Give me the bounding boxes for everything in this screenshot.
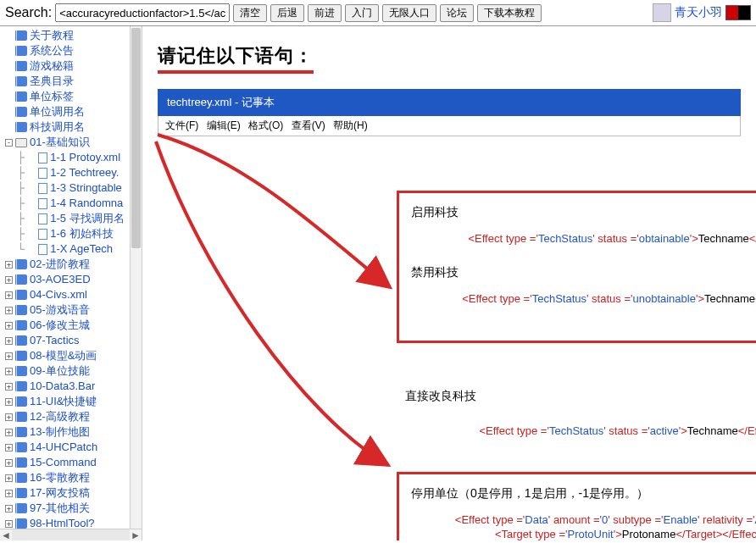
tree-item[interactable]: 1-2 Techtreey. [17, 165, 142, 180]
tree-item[interactable]: +13-制作地图 [5, 424, 142, 440]
tree-item-label[interactable]: 03-AOE3ED [30, 272, 91, 287]
tree-item[interactable]: +04-Civs.xml [5, 287, 142, 302]
tree-item[interactable]: 圣典目录 [5, 74, 142, 89]
tree-item-label[interactable]: 17-网友投稿 [30, 485, 90, 501]
tree-item[interactable]: +10-Data3.Bar [5, 379, 142, 394]
expand-icon[interactable]: + [5, 352, 13, 360]
expand-icon[interactable]: + [5, 383, 13, 391]
expand-icon[interactable]: + [5, 474, 13, 482]
expand-icon[interactable]: + [5, 398, 13, 406]
tree-item[interactable]: 1-1 Protoy.xml [17, 150, 142, 165]
tree-item[interactable]: 系统公告 [5, 43, 142, 58]
btn-clear[interactable]: 清空 [233, 4, 267, 22]
menu-view[interactable]: 查看(V) [292, 119, 325, 131]
tree-item[interactable]: +16-零散教程 [5, 470, 142, 485]
tree-item-label[interactable]: 1-6 初始科技 [50, 226, 113, 241]
tree-item-label[interactable]: 圣典目录 [30, 74, 74, 89]
btn-intro[interactable]: 入门 [345, 4, 379, 22]
tree-item[interactable]: +03-AOE3ED [5, 272, 142, 287]
tree-item-label[interactable]: 16-零散教程 [30, 470, 90, 485]
tree-item-label[interactable]: 01-基础知识 [30, 135, 90, 150]
tree-item[interactable]: +02-进阶教程 [5, 257, 142, 272]
expand-icon[interactable]: + [5, 429, 13, 436]
tree-item-label[interactable]: 1-1 Protoy.xml [50, 150, 120, 165]
tree-item[interactable]: +05-游戏语音 [5, 302, 142, 318]
tree-item-label[interactable]: 10-Data3.Bar [30, 379, 95, 394]
btn-back[interactable]: 后退 [270, 4, 304, 22]
collapse-icon[interactable]: - [5, 139, 13, 147]
expand-icon[interactable]: + [5, 444, 13, 452]
tree-item[interactable]: 科技调用名 [5, 119, 142, 135]
tree-item[interactable]: 1-X AgeTech [17, 241, 142, 257]
tree-item[interactable]: 1-5 寻找调用名 [17, 211, 142, 226]
tree-item[interactable]: 关于教程 [5, 28, 142, 43]
tree-item-label[interactable]: 单位标签 [30, 89, 74, 104]
expand-icon[interactable]: + [5, 459, 13, 467]
expand-icon[interactable]: + [5, 520, 13, 528]
tree-item[interactable]: -01-基础知识 [5, 135, 142, 150]
tree-item-label[interactable]: 14-UHCPatch [30, 440, 97, 455]
scroll-left-icon[interactable]: ◄ [0, 529, 12, 540]
tree-item-label[interactable]: 游戏秘籍 [30, 58, 74, 74]
tree-item-label[interactable]: 1-4 Randomna [50, 196, 123, 211]
tree-item-label[interactable]: 15-Command [30, 455, 97, 470]
expand-icon[interactable]: + [5, 490, 13, 497]
avatar[interactable] [653, 3, 671, 22]
tree-item[interactable]: +07-Tactics [5, 333, 142, 348]
menu-format[interactable]: 格式(O) [248, 119, 283, 131]
btn-download[interactable]: 下载本教程 [477, 4, 542, 22]
tree-item[interactable]: +08-模型&动画 [5, 348, 142, 363]
tree-item[interactable]: 1-3 Stringtable [17, 180, 142, 196]
tree-item-label[interactable]: 13-制作地图 [30, 424, 90, 440]
sidebar-scrollbar-vertical[interactable] [130, 26, 142, 529]
tree-item-label[interactable]: 12-高级教程 [30, 409, 90, 424]
tree-item[interactable]: 单位调用名 [5, 104, 142, 119]
username[interactable]: 青天小羽 [675, 5, 722, 20]
tree-item-label[interactable]: 07-Tactics [30, 333, 80, 348]
tree-item[interactable]: 游戏秘籍 [5, 58, 142, 74]
search-input[interactable] [55, 3, 230, 22]
tree-item[interactable]: +12-高级教程 [5, 409, 142, 424]
menu-help[interactable]: 帮助(H) [333, 119, 368, 131]
menu-file[interactable]: 文件(F) [165, 119, 198, 131]
tree-item-label[interactable]: 02-进阶教程 [30, 257, 90, 272]
expand-icon[interactable]: + [5, 505, 13, 513]
tree-item[interactable]: +15-Command [5, 455, 142, 470]
tree-item-label[interactable]: 1-X AgeTech [50, 241, 113, 257]
tree-item-label[interactable]: 1-2 Techtreey. [50, 165, 119, 180]
tree-item-label[interactable]: 97-其他相关 [30, 501, 90, 516]
scroll-right-icon[interactable]: ► [130, 529, 142, 540]
expand-icon[interactable]: + [5, 337, 13, 345]
tree-item-label[interactable]: 1-5 寻找调用名 [50, 211, 124, 226]
tree-item[interactable]: +97-其他相关 [5, 501, 142, 516]
expand-icon[interactable]: + [5, 291, 13, 299]
tree-item-label[interactable]: 1-3 Stringtable [50, 180, 122, 196]
tree-item[interactable]: +14-UHCPatch [5, 440, 142, 455]
tree-item-label[interactable]: 08-模型&动画 [30, 348, 97, 363]
expand-icon[interactable]: + [5, 322, 13, 330]
tree-item[interactable]: +17-网友投稿 [5, 485, 142, 501]
btn-forward[interactable]: 前进 [308, 4, 342, 22]
btn-infpop[interactable]: 无限人口 [382, 4, 436, 22]
tree-item-label[interactable]: 单位调用名 [30, 104, 85, 119]
tree-item-label[interactable]: 04-Civs.xml [30, 287, 87, 302]
scroll-track[interactable] [12, 529, 130, 540]
menu-edit[interactable]: 编辑(E) [207, 119, 241, 131]
btn-forum[interactable]: 论坛 [440, 4, 474, 22]
expand-icon[interactable]: + [5, 413, 13, 421]
tree-item-label[interactable]: 关于教程 [30, 28, 74, 43]
tree-item[interactable]: 单位标签 [5, 89, 142, 104]
scrollbar-thumb[interactable] [131, 28, 141, 248]
tree-item[interactable]: +11-UI&快捷键 [5, 394, 142, 409]
tree-item[interactable]: +06-修改主城 [5, 318, 142, 333]
tree-item-label[interactable]: 05-游戏语音 [30, 302, 90, 318]
tree-item-label[interactable]: 系统公告 [30, 43, 74, 58]
expand-icon[interactable]: + [5, 368, 13, 375]
tree-item[interactable]: +09-单位技能 [5, 363, 142, 379]
tree-item-label[interactable]: 科技调用名 [30, 119, 85, 135]
expand-icon[interactable]: + [5, 276, 13, 284]
tree-item-label[interactable]: 09-单位技能 [30, 363, 90, 379]
tree-item-label[interactable]: 06-修改主城 [30, 318, 90, 333]
tree-item[interactable]: 1-4 Randomna [17, 196, 142, 211]
expand-icon[interactable]: + [5, 261, 13, 269]
